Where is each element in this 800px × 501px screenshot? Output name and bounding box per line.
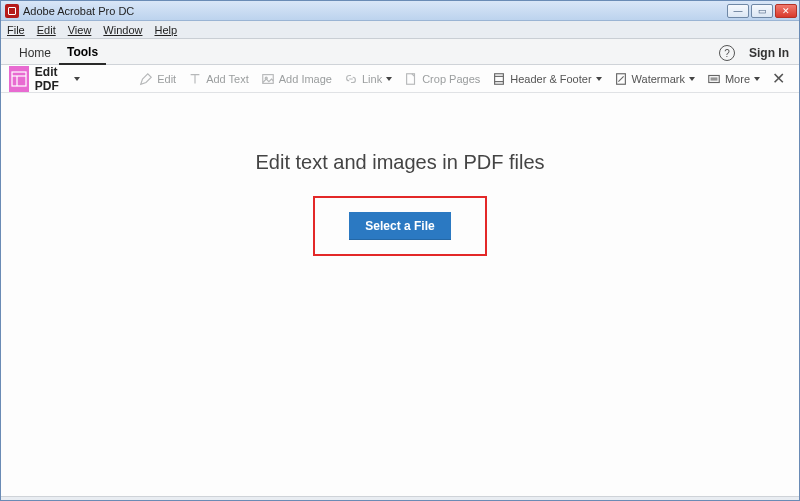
window-controls: — ▭ ✕ [727,4,797,18]
svg-rect-6 [495,73,504,84]
crop-pages-button[interactable]: Crop Pages [398,72,486,86]
tab-home[interactable]: Home [11,41,59,64]
header-footer-label: Header & Footer [510,73,591,85]
window-title: Adobe Acrobat Pro DC [23,5,727,17]
menu-help[interactable]: Help [154,24,177,36]
tabbar: Home Tools ? Sign In [1,39,799,65]
text-icon [188,72,202,86]
watermark-button[interactable]: Watermark [608,72,701,86]
app-window: Adobe Acrobat Pro DC — ▭ ✕ File Edit Vie… [0,0,800,501]
add-image-label: Add Image [279,73,332,85]
add-image-button[interactable]: Add Image [255,72,338,86]
caret-down-icon [74,77,80,81]
select-file-button[interactable]: Select a File [349,212,450,240]
edit-pdf-icon [9,66,29,92]
svg-rect-0 [12,72,26,86]
sign-in-link[interactable]: Sign In [749,46,789,60]
content-area: Edit text and images in PDF files Select… [1,93,799,496]
menu-view[interactable]: View [68,24,92,36]
caret-down-icon [689,77,695,81]
menu-window[interactable]: Window [103,24,142,36]
edit-button[interactable]: Edit [133,72,182,86]
titlebar: Adobe Acrobat Pro DC — ▭ ✕ [1,1,799,21]
header-footer-button[interactable]: Header & Footer [486,72,607,86]
menubar: File Edit View Window Help [1,21,799,39]
tool-name-dropdown[interactable]: Edit PDF [35,65,80,93]
image-icon [261,72,275,86]
help-icon[interactable]: ? [719,45,735,61]
close-button[interactable]: ✕ [775,4,797,18]
add-text-button[interactable]: Add Text [182,72,255,86]
edit-pdf-toolbar: Edit PDF Edit Add Text Add Image Link Cr… [1,65,799,93]
more-icon [707,72,721,86]
minimize-button[interactable]: — [727,4,749,18]
menu-edit[interactable]: Edit [37,24,56,36]
caret-down-icon [386,77,392,81]
annotation-highlight: Select a File [313,196,486,256]
more-label: More [725,73,750,85]
statusbar [1,496,799,500]
crop-icon [404,72,418,86]
caret-down-icon [596,77,602,81]
watermark-label: Watermark [632,73,685,85]
crop-label: Crop Pages [422,73,480,85]
more-button[interactable]: More [701,72,766,86]
link-label: Link [362,73,382,85]
tool-name-label: Edit PDF [35,65,71,93]
edit-icon [139,72,153,86]
svg-rect-10 [709,75,720,82]
tab-tools[interactable]: Tools [59,40,106,65]
link-icon [344,72,358,86]
headline: Edit text and images in PDF files [255,151,544,174]
edit-label: Edit [157,73,176,85]
app-icon [5,4,19,18]
watermark-icon [614,72,628,86]
maximize-button[interactable]: ▭ [751,4,773,18]
menu-file[interactable]: File [7,24,25,36]
link-button[interactable]: Link [338,72,398,86]
caret-down-icon [754,77,760,81]
close-tool-button[interactable]: ✕ [766,69,791,88]
add-text-label: Add Text [206,73,249,85]
header-footer-icon [492,72,506,86]
